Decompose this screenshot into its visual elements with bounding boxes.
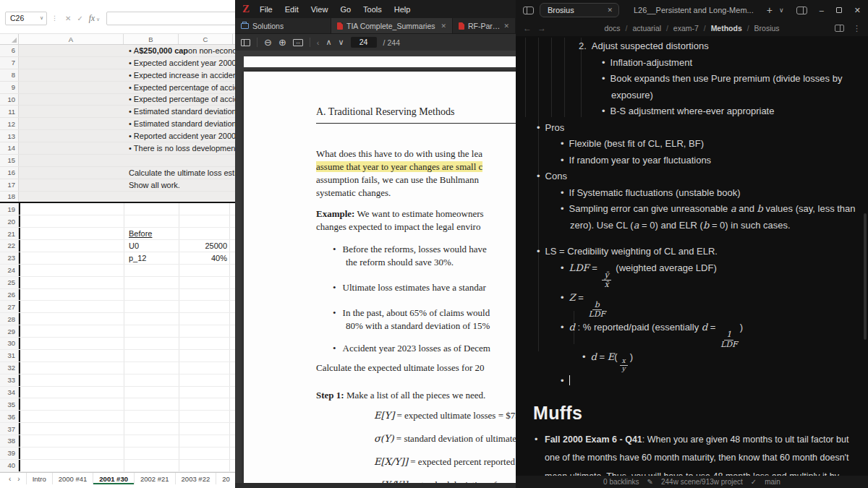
sync-check-icon[interactable]: ✓	[751, 478, 757, 486]
menu-go[interactable]: Go	[340, 5, 351, 14]
row-header-37[interactable]: 37	[0, 423, 19, 435]
outline-item[interactable]: •Z = bLDF	[516, 290, 868, 320]
row-header-33[interactable]: 33	[0, 374, 19, 386]
document-tab-Solutions[interactable]: Solutions	[235, 18, 331, 33]
outline-item[interactable]: •Book expands then use Pure premium (div…	[516, 71, 868, 103]
outline-item[interactable]: •d = E(xy)	[516, 349, 868, 373]
note-editor[interactable]: 2.Adjust suspected distortions•Inflation…	[516, 36, 868, 476]
cell-B17[interactable]: Show all work.	[129, 179, 180, 191]
row-header-19[interactable]: 19	[0, 203, 19, 215]
close-icon[interactable]: ✕	[607, 7, 613, 14]
outline-item[interactable]: •	[516, 373, 868, 390]
row-header-18[interactable]: 18	[0, 192, 19, 202]
next-page-icon[interactable]: ∨	[339, 38, 344, 47]
outline-item[interactable]: •If random year to year fluctuations	[516, 153, 868, 169]
cell-B13[interactable]: •Reported accident year 2000 l	[129, 130, 240, 142]
sidebar-toggle-icon[interactable]	[241, 39, 250, 46]
menu-help[interactable]: Help	[394, 5, 411, 14]
sheet-tab-2000--41[interactable]: 2000 #41	[53, 473, 94, 484]
row-header-17[interactable]: 17	[0, 179, 19, 191]
row-header-11[interactable]: 11	[0, 106, 19, 117]
outline-item[interactable]: •LDF = ȳx̄ (weighted average LDF)	[516, 260, 868, 290]
cell-B6[interactable]: •A $250,000 cap on non-econo	[129, 45, 237, 56]
prev-sheet-icon[interactable]: ‹	[9, 475, 11, 483]
word-count[interactable]: 244w scene/913w project	[661, 478, 743, 486]
maximize-icon[interactable]	[836, 7, 842, 13]
back-arrow-icon[interactable]: ←	[523, 23, 532, 33]
row-header-12[interactable]: 12	[0, 118, 19, 129]
row-header-14[interactable]: 14	[0, 142, 19, 154]
cell-B21[interactable]: Before	[129, 228, 152, 239]
cell-B10[interactable]: •Expected percentage of accide	[129, 94, 240, 106]
outline-item[interactable]: •d : % reported/paid (essentially d = 1L…	[516, 320, 868, 349]
column-header-B[interactable]: B	[124, 34, 179, 44]
muffs-note[interactable]: •Fall 2000 Exam 6 - Q41: When you are gi…	[516, 431, 868, 476]
column-header-C[interactable]: C	[179, 34, 233, 44]
minimize-icon[interactable]: –	[820, 6, 824, 14]
next-sheet-icon[interactable]: ›	[17, 475, 20, 483]
row-header-27[interactable]: 27	[0, 301, 19, 312]
row-header-32[interactable]: 32	[0, 362, 19, 374]
sheet-tab-2003--22[interactable]: 2003 #22	[176, 473, 217, 484]
outline-item[interactable]: •B-S adjustment where-ever appropriate	[516, 103, 868, 120]
left-sidebar-toggle-icon[interactable]	[523, 7, 534, 14]
sheet-tab-2001--30[interactable]: 2001 #30	[93, 473, 135, 484]
right-sidebar-toggle-icon[interactable]	[796, 7, 807, 14]
cell-C23[interactable]: 40%	[179, 252, 227, 264]
row-header-25[interactable]: 25	[0, 277, 19, 288]
zoom-in-icon[interactable]: ⊕	[278, 38, 286, 47]
row-header-15[interactable]: 15	[0, 155, 19, 166]
menu-edit[interactable]: Edit	[285, 5, 299, 14]
row-header-39[interactable]: 39	[0, 448, 19, 459]
formula-input[interactable]	[106, 12, 240, 25]
note-tab-L26--Persistent-and-Long-Mem---[interactable]: L26__Persistent and Long-Mem...	[626, 4, 760, 17]
outline-item[interactable]: •If Systematic fluctuations (unstable bo…	[516, 185, 868, 202]
cancel-icon[interactable]: ✕	[65, 14, 71, 22]
cell-B23[interactable]: p_12	[129, 252, 146, 264]
row-header-24[interactable]: 24	[0, 265, 19, 276]
outline-item[interactable]: •Sampling error can give unreasonable a …	[516, 201, 868, 234]
breadcrumb-item[interactable]: exam-7	[673, 24, 699, 33]
sheet-tab-20[interactable]: 20	[216, 473, 237, 484]
row-header-40[interactable]: 40	[0, 460, 19, 471]
outline-item[interactable]: 2.Adjust suspected distortions	[516, 38, 868, 55]
document-tab-TIA-Complete-Summaries[interactable]: TIA Complete_Summaries✕	[331, 18, 453, 33]
menu-view[interactable]: View	[311, 5, 328, 14]
chevron-down-icon[interactable]: ∨	[40, 15, 43, 21]
new-tab-icon[interactable]: +	[767, 4, 773, 16]
cell-C22[interactable]: 25000	[179, 240, 227, 252]
row-header-22[interactable]: 22	[0, 240, 19, 252]
excel-grid[interactable]: 6•A $250,000 cap on non-econo7•Expected …	[0, 45, 240, 472]
cell-B7[interactable]: •Expected accident year 2000 l	[129, 57, 240, 69]
row-header-34[interactable]: 34	[0, 387, 19, 398]
cell-B14[interactable]: •There is no loss development	[129, 142, 238, 154]
document-tab-RF-PartI2020[interactable]: RF-PartI2020✕	[453, 18, 516, 33]
page-number-input[interactable]: 24	[351, 37, 377, 48]
row-header-30[interactable]: 30	[0, 338, 19, 349]
outline-item[interactable]: •Inflation-adjustment	[516, 55, 868, 72]
pencil-icon[interactable]: ✎	[647, 478, 653, 486]
name-box[interactable]: C26 ∨	[5, 12, 47, 25]
menu-tools[interactable]: Tools	[363, 5, 382, 14]
row-header-16[interactable]: 16	[0, 167, 19, 179]
outline-item[interactable]: •Flexible (best fit of CL, ELR, BF)	[516, 136, 868, 153]
row-header-6[interactable]: 6	[0, 45, 19, 56]
row-header-38[interactable]: 38	[0, 435, 19, 447]
select-all-corner[interactable]	[0, 34, 19, 44]
forward-arrow-icon[interactable]: →	[537, 23, 546, 33]
breadcrumb-item[interactable]: actuarial	[632, 24, 661, 33]
row-header-28[interactable]: 28	[0, 313, 19, 325]
row-header-8[interactable]: 8	[0, 69, 19, 81]
sheet-tab-Intro[interactable]: Intro	[26, 473, 53, 484]
sheet-tab-2002--21[interactable]: 2002 #21	[135, 473, 176, 484]
row-header-31[interactable]: 31	[0, 350, 19, 361]
outline-item[interactable]: •LS = Credibility weighting of CL and EL…	[516, 244, 868, 260]
row-header-29[interactable]: 29	[0, 325, 19, 337]
breadcrumb-item[interactable]: Brosius	[754, 24, 780, 33]
row-header-9[interactable]: 9	[0, 82, 19, 93]
cell-B11[interactable]: •Estimated standard deviation	[129, 106, 237, 117]
cell-B16[interactable]: Calculate the ultimate loss estim	[129, 167, 240, 179]
row-header-26[interactable]: 26	[0, 289, 19, 301]
breadcrumb-item[interactable]: docs	[604, 24, 620, 33]
cell-B9[interactable]: •Expected percentage of accide	[129, 82, 240, 93]
